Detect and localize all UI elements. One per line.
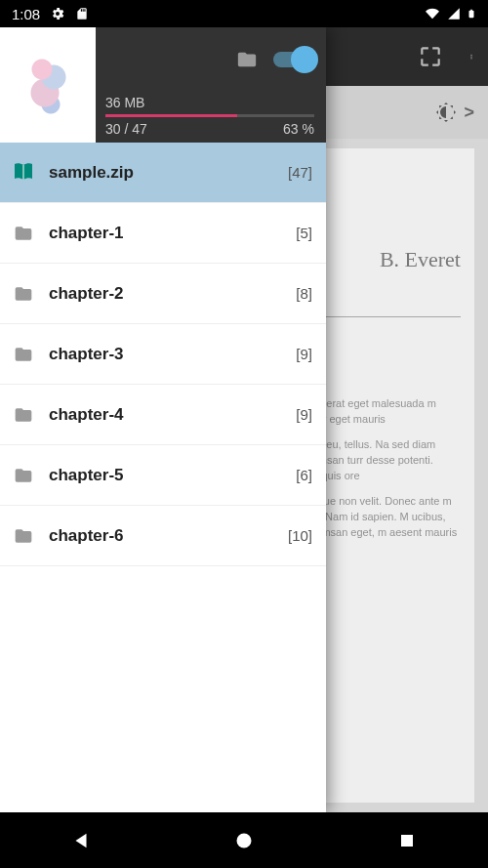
book-thumbnail[interactable] [0,27,96,143]
progress-pages: 30 / 47 [105,121,147,137]
sd-card-icon [75,6,89,21]
folder-icon [12,524,35,548]
gear-icon [50,6,65,21]
drawer-item-count: [8] [296,285,312,302]
status-bar: 1:08 [0,0,488,27]
drawer-item[interactable]: chapter-3[9] [0,324,326,385]
folder-icon [12,343,35,366]
svg-point-2 [470,58,471,59]
drawer-item-label: chapter-4 [49,405,282,425]
drawer-item-label: chapter-2 [49,284,282,304]
back-button[interactable] [52,821,110,860]
drawer-item[interactable]: chapter-4[9] [0,385,326,445]
drawer-item[interactable]: chapter-2[8] [0,264,326,324]
home-button[interactable] [215,821,273,860]
progress-bar [105,114,314,117]
battery-icon [467,6,476,21]
drawer-item[interactable]: chapter-1[5] [0,203,326,264]
drawer-item[interactable]: chapter-5[6] [0,445,326,506]
brightness-icon[interactable] [434,101,458,124]
brightness-arrow: > [464,103,474,123]
wifi-icon [424,7,441,21]
signal-icon [447,7,461,21]
file-size: 36 MB [105,95,314,110]
navigation-drawer: 36 MB 30 / 47 63 % sample.zip[47]chapter… [0,27,326,812]
folder-icon [12,222,35,245]
svg-rect-4 [401,835,413,847]
drawer-item-label: chapter-6 [49,526,274,546]
status-time: 1:08 [12,6,40,22]
folder-icon [12,464,35,487]
folder-icon [12,403,35,427]
fullscreen-icon[interactable] [418,44,443,69]
drawer-item-count: [9] [296,406,312,423]
drawer-item-label: chapter-1 [49,224,282,243]
drawer-item-count: [6] [296,467,312,483]
drawer-item-count: [5] [296,225,312,241]
toggle-switch[interactable] [273,52,314,67]
navigation-bar [0,812,488,868]
svg-point-3 [236,833,251,847]
drawer-header: 36 MB 30 / 47 63 % [0,27,326,143]
book-open-icon [12,161,35,185]
drawer-item-count: [10] [288,527,312,544]
drawer-item-label: chapter-3 [49,345,282,364]
more-icon[interactable] [468,46,474,67]
folder-icon[interactable] [234,49,260,70]
svg-point-1 [470,56,471,57]
drawer-item[interactable]: chapter-6[10] [0,506,326,566]
drawer-item-label: chapter-5 [49,466,282,485]
drawer-item[interactable]: sample.zip[47] [0,143,326,203]
folder-icon [12,282,35,306]
svg-point-0 [470,55,471,56]
drawer-item-count: [9] [296,346,312,362]
drawer-item-count: [47] [288,164,312,181]
progress-percent: 63 % [283,121,314,137]
recent-button[interactable] [378,821,436,860]
drawer-item-label: sample.zip [49,163,274,183]
